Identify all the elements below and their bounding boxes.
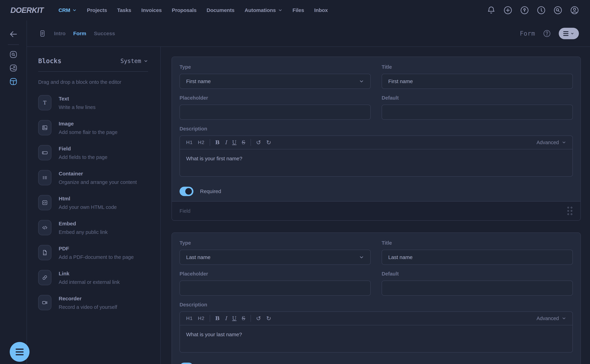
field-block-card-first-name: Type First name Title (172, 57, 581, 221)
tab-form[interactable]: Form (73, 31, 86, 36)
block-item-text[interactable]: T Text Write a few lines (38, 95, 148, 110)
chevron-down-icon (72, 8, 77, 13)
redo-icon[interactable]: ↻ (266, 139, 271, 145)
nav-item-invoices[interactable]: Invoices (141, 7, 162, 13)
toolbar-separator (210, 315, 210, 322)
toolbar-separator (251, 139, 251, 146)
nav-item-files[interactable]: Files (292, 7, 304, 13)
nav-item-proposals[interactable]: Proposals (172, 7, 196, 13)
chevron-down-icon (359, 255, 364, 260)
chevron-down-icon (278, 8, 283, 13)
block-item-link[interactable]: Link Add internal or external link (38, 270, 148, 285)
block-item-embed[interactable]: Embed Embed any public link (38, 220, 148, 235)
default-input[interactable] (382, 105, 573, 120)
back-arrow-icon[interactable] (9, 30, 18, 39)
description-label: Description (179, 302, 573, 308)
nav-item-automations[interactable]: Automations (245, 7, 282, 13)
bell-icon[interactable] (486, 6, 496, 15)
title-label: Title (382, 240, 573, 246)
description-editor: H1 H2 B I U S ↺ ↻ (179, 312, 573, 352)
user-circle-icon[interactable] (570, 6, 579, 15)
block-item-field[interactable]: Field Add fields to the page (38, 145, 148, 160)
blocks-panel-title: Blocks (38, 57, 61, 65)
undo-icon[interactable]: ↺ (256, 315, 261, 321)
underline-button[interactable]: U (232, 140, 237, 145)
nav-item-crm[interactable]: CRM (59, 7, 77, 13)
type-select[interactable]: First name (179, 74, 371, 89)
recorder-icon (38, 295, 51, 310)
nav-item-inbox[interactable]: Inbox (314, 7, 328, 13)
block-item-container[interactable]: Container Organize and arrange your cont… (38, 170, 148, 185)
title-input[interactable] (382, 74, 573, 89)
image-icon (38, 120, 51, 135)
description-text[interactable]: What is your first name? (180, 150, 572, 176)
strikethrough-button[interactable]: S (242, 316, 245, 321)
page-title: Form (520, 30, 535, 37)
block-list: T Text Write a few lines Image (38, 95, 148, 310)
top-bar: DOERKIT CRM Projects Tasks Invoices Prop… (0, 0, 590, 20)
italic-button[interactable]: I (225, 316, 227, 321)
default-input[interactable] (382, 280, 573, 296)
nav-item-tasks[interactable]: Tasks (117, 7, 131, 13)
title-label: Title (382, 64, 573, 70)
tab-intro[interactable]: Intro (54, 31, 66, 36)
chevron-down-icon (359, 79, 364, 84)
description-text[interactable]: What is your last name? (180, 325, 572, 352)
form-subheader: Intro Form Success Form (27, 20, 590, 47)
app-logo: DOERKIT (10, 6, 44, 15)
strikethrough-button[interactable]: S (242, 140, 245, 145)
title-input[interactable] (382, 250, 573, 265)
block-type-label: Field (179, 208, 191, 214)
h2-button[interactable]: H2 (198, 140, 205, 145)
block-item-recorder[interactable]: Recorder Record a video of yourself (38, 295, 148, 310)
plus-circle-icon[interactable] (503, 6, 513, 15)
blocks-category-dropdown[interactable]: System (120, 58, 148, 64)
h2-button[interactable]: H2 (198, 316, 205, 321)
underline-button[interactable]: U (232, 316, 237, 321)
topbar-actions (486, 6, 579, 15)
blocks-panel: Blocks System Drag and drop a block onto… (27, 47, 161, 364)
nav-item-documents[interactable]: Documents (207, 7, 235, 13)
svg-text:PDF: PDF (43, 253, 46, 255)
location-circle-icon[interactable] (520, 6, 529, 15)
redo-icon[interactable]: ↻ (266, 315, 271, 321)
search-tile-icon[interactable] (9, 50, 18, 59)
search-circle-icon[interactable] (553, 6, 563, 15)
placeholder-input[interactable] (179, 105, 371, 120)
chevron-down-icon (144, 59, 148, 63)
h1-button[interactable]: H1 (186, 316, 193, 321)
advanced-dropdown[interactable]: Advanced (537, 316, 566, 321)
left-rail (0, 20, 27, 364)
type-select[interactable]: Last name (179, 250, 371, 265)
bold-button[interactable]: B (215, 140, 220, 145)
undo-icon[interactable]: ↺ (256, 139, 261, 145)
chevron-down-icon (562, 140, 566, 145)
image-tile-icon[interactable] (9, 64, 18, 72)
block-item-image[interactable]: Image Add some flair to the page (38, 120, 148, 135)
menu-fab[interactable] (10, 342, 30, 362)
required-label: Required (200, 188, 221, 194)
italic-button[interactable]: I (225, 140, 227, 145)
drag-handle-icon[interactable] (567, 207, 572, 215)
divider (38, 71, 148, 72)
tab-success[interactable]: Success (94, 31, 115, 36)
toolbar-separator (210, 139, 210, 146)
menu-pill-button[interactable] (559, 28, 579, 39)
rich-text-toolbar: H1 H2 B I U S ↺ ↻ (180, 136, 572, 150)
bold-button[interactable]: B (215, 316, 220, 321)
clock-icon[interactable] (537, 6, 546, 15)
h1-button[interactable]: H1 (186, 140, 193, 145)
required-toggle[interactable] (179, 187, 193, 196)
nav-item-projects[interactable]: Projects (87, 7, 107, 13)
block-footer: Field (172, 201, 580, 220)
block-item-html[interactable]: Html Add your own HTML code (38, 195, 148, 210)
layout-tile-icon[interactable] (9, 77, 18, 86)
help-circle-icon[interactable] (543, 29, 551, 38)
toggle-knob (185, 188, 192, 195)
required-toggle[interactable] (179, 363, 193, 364)
placeholder-input[interactable] (179, 280, 371, 296)
rail-divider (8, 44, 19, 45)
form-editor-canvas: Type First name Title (161, 47, 590, 364)
advanced-dropdown[interactable]: Advanced (537, 140, 566, 145)
block-item-pdf[interactable]: PDF PDF Add a PDF-document to the page (38, 245, 148, 260)
